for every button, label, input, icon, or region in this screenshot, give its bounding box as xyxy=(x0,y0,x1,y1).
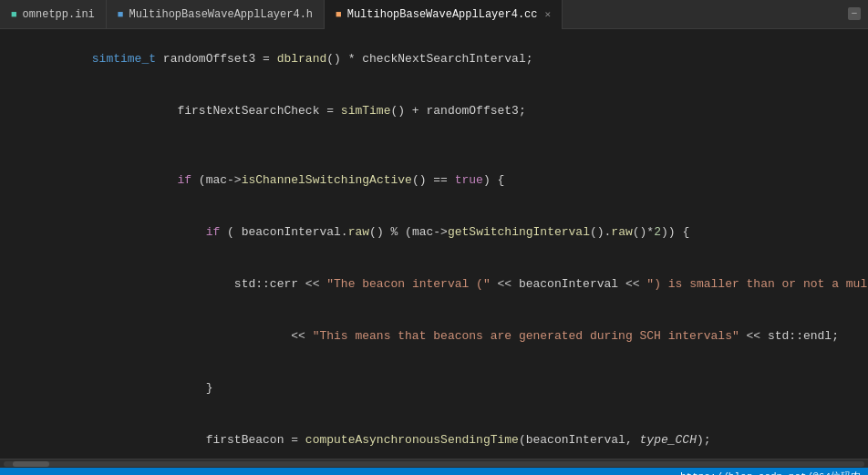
window-controls: — xyxy=(848,7,861,20)
tab-label-omnetpp: omnetpp.ini xyxy=(23,8,95,21)
line-content xyxy=(46,137,868,154)
code-line: firstNextSearchCheck = simTime() + rando… xyxy=(0,85,868,137)
line-number xyxy=(0,137,46,154)
line-content: simtime_t randomOffset3 = dblrand() * ch… xyxy=(46,33,868,85)
line-content: << "This means that beacons are generate… xyxy=(46,310,868,362)
line-content: firstNextSearchCheck = simTime() + rando… xyxy=(46,85,868,137)
code-line: if (mac->isChannelSwitchingActive() == t… xyxy=(0,154,868,206)
scrollbar-horizontal[interactable] xyxy=(0,459,868,468)
h-icon: ■ xyxy=(118,9,124,20)
code-line: if ( beaconInterval.raw() % (mac->getSwi… xyxy=(0,206,868,258)
minimize-button[interactable]: — xyxy=(848,7,861,20)
tab-label-header: MultihopBaseWaveApplLayer4.h xyxy=(129,8,313,21)
status-bar: https://blog.csdn.net/@64位码农 xyxy=(0,468,868,475)
tab-omnetpp[interactable]: ■ omnetpp.ini xyxy=(0,0,107,29)
title-bar: ■ omnetpp.ini ■ MultihopBaseWaveApplLaye… xyxy=(0,0,868,29)
tab-cpp[interactable]: ■ MultihopBaseWaveApplLayer4.cc ✕ xyxy=(325,0,563,29)
line-number xyxy=(0,414,46,459)
line-content: if ( beaconInterval.raw() % (mac->getSwi… xyxy=(46,206,868,258)
code-line: simtime_t randomOffset3 = dblrand() * ch… xyxy=(0,33,868,85)
line-number xyxy=(0,310,46,362)
line-number xyxy=(0,33,46,85)
line-number xyxy=(0,362,46,414)
line-number xyxy=(0,154,46,206)
line-number xyxy=(0,85,46,137)
status-url: https://blog.csdn.net/@64位码农 xyxy=(680,470,861,476)
code-line xyxy=(0,137,868,154)
close-tab-icon[interactable]: ✕ xyxy=(545,8,552,20)
scrollbar-track xyxy=(4,461,864,467)
line-content: firstBeacon = computeAsynchronousSending… xyxy=(46,414,868,459)
cc-icon: ■ xyxy=(336,9,342,20)
line-content: } xyxy=(46,362,868,414)
line-number xyxy=(0,206,46,258)
line-content: std::cerr << "The beacon interval (" << … xyxy=(46,258,868,310)
tab-header[interactable]: ■ MultihopBaseWaveApplLayer4.h xyxy=(107,0,325,29)
code-line: std::cerr << "The beacon interval (" << … xyxy=(0,258,868,310)
line-number xyxy=(0,258,46,310)
ini-icon: ■ xyxy=(11,9,17,20)
tab-label-cpp: MultihopBaseWaveApplLayer4.cc xyxy=(347,8,538,21)
code-line: } xyxy=(0,362,868,414)
code-line: firstBeacon = computeAsynchronousSending… xyxy=(0,414,868,459)
scrollbar-thumb[interactable] xyxy=(13,461,49,467)
code-editor[interactable]: simtime_t randomOffset3 = dblrand() * ch… xyxy=(0,29,868,459)
line-content: if (mac->isChannelSwitchingActive() == t… xyxy=(46,154,868,206)
code-line: << "This means that beacons are generate… xyxy=(0,310,868,362)
